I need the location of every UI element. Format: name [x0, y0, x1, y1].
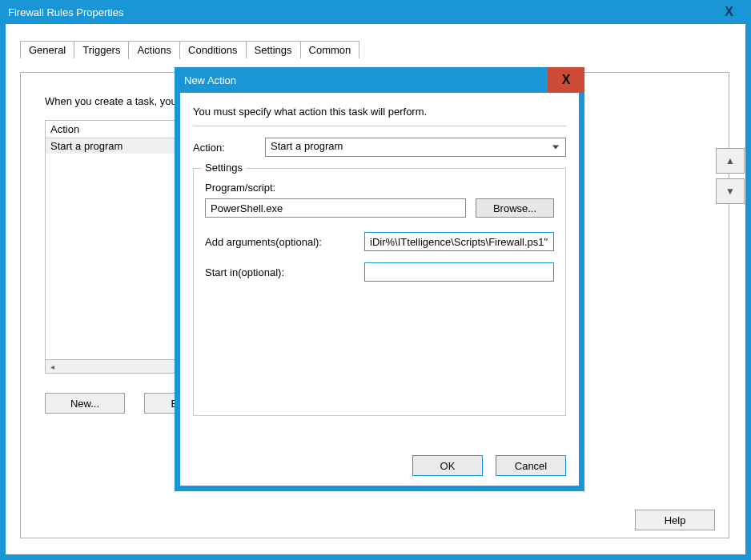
cancel-button[interactable]: Cancel — [496, 455, 566, 476]
program-input[interactable] — [205, 198, 466, 218]
tab-actions[interactable]: Actions — [128, 41, 180, 59]
tab-settings[interactable]: Settings — [246, 41, 301, 58]
action-select[interactable]: Start a program — [265, 138, 566, 157]
dialog-titlebar[interactable]: New Action X — [175, 67, 584, 93]
properties-titlebar[interactable]: Firewall Rules Properties X — [0, 0, 751, 24]
divider — [193, 126, 566, 126]
tab-common[interactable]: Common — [300, 41, 360, 58]
program-label: Program/script: — [205, 182, 554, 194]
close-icon: X — [562, 73, 571, 87]
scroll-left-icon[interactable]: ◂ — [46, 361, 59, 373]
browse-button[interactable]: Browse... — [476, 198, 554, 218]
reorder-buttons: ▲ ▼ — [716, 148, 745, 204]
move-up-button[interactable]: ▲ — [716, 148, 745, 174]
action-label: Action: — [193, 142, 265, 154]
close-icon[interactable]: X — [715, 2, 743, 22]
action-row: Action: Start a program — [193, 138, 566, 157]
action-select-value: Start a program — [271, 140, 343, 152]
help-button[interactable]: Help — [635, 510, 715, 530]
dialog-title: New Action — [184, 74, 236, 86]
ok-button[interactable]: OK — [412, 455, 483, 476]
tabstrip: General Triggers Actions Conditions Sett… — [20, 38, 745, 58]
properties-title: Firewall Rules Properties — [8, 6, 124, 18]
arguments-label: Add arguments(optional): — [205, 236, 364, 248]
properties-window: Firewall Rules Properties X General Trig… — [0, 0, 751, 560]
dialog-body: You must specify what action this task w… — [180, 93, 579, 486]
startin-input[interactable] — [364, 262, 554, 282]
tab-triggers[interactable]: Triggers — [74, 41, 129, 58]
settings-fieldset: Settings Program/script: Browse... Add a… — [193, 168, 566, 416]
dialog-close-button[interactable]: X — [548, 67, 584, 93]
settings-legend: Settings — [202, 162, 246, 174]
arguments-input[interactable] — [364, 232, 554, 251]
new-button[interactable]: New... — [45, 393, 125, 414]
dialog-intro: You must specify what action this task w… — [193, 106, 566, 118]
tab-conditions[interactable]: Conditions — [179, 41, 246, 58]
move-down-button[interactable]: ▼ — [716, 178, 745, 204]
tab-general[interactable]: General — [20, 41, 74, 58]
startin-label: Start in(optional): — [205, 266, 364, 278]
dialog-button-row: OK Cancel — [412, 455, 566, 476]
new-action-dialog: New Action X You must specify what actio… — [175, 67, 584, 491]
